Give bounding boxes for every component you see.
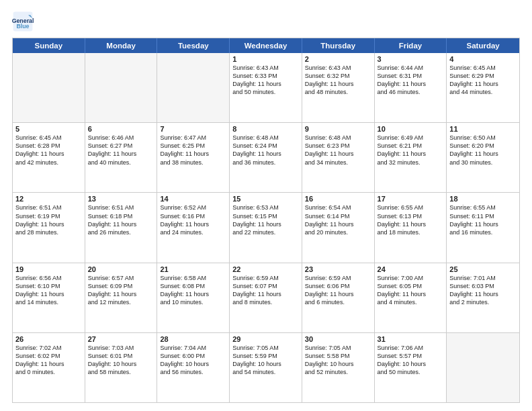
calendar-empty-cell xyxy=(447,333,519,402)
calendar-day-2: 2Sunrise: 6:43 AM Sunset: 6:32 PM Daylig… xyxy=(302,53,375,122)
day-info: Sunrise: 6:53 AM Sunset: 6:15 PM Dayligh… xyxy=(232,204,281,235)
day-number: 26 xyxy=(15,335,82,343)
day-info: Sunrise: 6:58 AM Sunset: 6:08 PM Dayligh… xyxy=(160,275,209,306)
day-number: 29 xyxy=(232,335,299,343)
day-info: Sunrise: 6:45 AM Sunset: 6:28 PM Dayligh… xyxy=(15,134,64,165)
day-number: 2 xyxy=(305,55,371,63)
calendar-day-4: 4Sunrise: 6:45 AM Sunset: 6:29 PM Daylig… xyxy=(447,53,519,122)
day-info: Sunrise: 7:03 AM Sunset: 6:01 PM Dayligh… xyxy=(88,345,137,375)
header: General Blue xyxy=(12,11,520,32)
calendar-day-22: 22Sunrise: 6:59 AM Sunset: 6:07 PM Dayli… xyxy=(230,263,302,332)
calendar-day-7: 7Sunrise: 6:47 AM Sunset: 6:25 PM Daylig… xyxy=(157,123,230,192)
calendar-day-27: 27Sunrise: 7:03 AM Sunset: 6:01 PM Dayli… xyxy=(85,333,158,402)
calendar-body: 1Sunrise: 6:43 AM Sunset: 6:33 PM Daylig… xyxy=(13,53,519,402)
day-number: 12 xyxy=(15,195,82,203)
calendar-day-16: 16Sunrise: 6:54 AM Sunset: 6:14 PM Dayli… xyxy=(302,193,375,262)
calendar-header-row: SundayMondayTuesdayWednesdayThursdayFrid… xyxy=(13,38,519,53)
day-number: 16 xyxy=(305,195,371,203)
day-info: Sunrise: 6:49 AM Sunset: 6:21 PM Dayligh… xyxy=(378,134,427,165)
day-number: 7 xyxy=(160,125,226,133)
calendar-day-9: 9Sunrise: 6:48 AM Sunset: 6:23 PM Daylig… xyxy=(302,123,375,192)
day-number: 3 xyxy=(378,55,444,63)
day-info: Sunrise: 7:02 AM Sunset: 6:02 PM Dayligh… xyxy=(15,345,64,375)
day-info: Sunrise: 6:43 AM Sunset: 6:33 PM Dayligh… xyxy=(232,64,281,95)
calendar-day-30: 30Sunrise: 7:05 AM Sunset: 5:58 PM Dayli… xyxy=(302,333,375,402)
day-number: 15 xyxy=(232,195,299,203)
day-number: 20 xyxy=(88,265,154,273)
calendar-day-3: 3Sunrise: 6:44 AM Sunset: 6:31 PM Daylig… xyxy=(375,53,447,122)
day-number: 17 xyxy=(378,195,444,203)
calendar-day-23: 23Sunrise: 6:59 AM Sunset: 6:06 PM Dayli… xyxy=(302,263,375,332)
day-header-saturday: Saturday xyxy=(447,38,519,53)
day-number: 23 xyxy=(305,265,371,273)
day-number: 1 xyxy=(232,55,299,63)
calendar-day-8: 8Sunrise: 6:48 AM Sunset: 6:24 PM Daylig… xyxy=(230,123,302,192)
day-info: Sunrise: 6:45 AM Sunset: 6:29 PM Dayligh… xyxy=(449,64,498,95)
calendar-row-1: 1Sunrise: 6:43 AM Sunset: 6:33 PM Daylig… xyxy=(13,53,519,122)
day-number: 9 xyxy=(305,125,371,133)
day-number: 10 xyxy=(378,125,444,133)
day-info: Sunrise: 7:05 AM Sunset: 5:59 PM Dayligh… xyxy=(232,345,281,375)
calendar-day-11: 11Sunrise: 6:50 AM Sunset: 6:20 PM Dayli… xyxy=(447,123,519,192)
calendar-day-10: 10Sunrise: 6:49 AM Sunset: 6:21 PM Dayli… xyxy=(375,123,447,192)
calendar-row-4: 19Sunrise: 6:56 AM Sunset: 6:10 PM Dayli… xyxy=(13,263,519,332)
calendar-empty-cell xyxy=(85,53,158,122)
day-info: Sunrise: 7:00 AM Sunset: 6:05 PM Dayligh… xyxy=(378,275,427,306)
day-info: Sunrise: 6:57 AM Sunset: 6:09 PM Dayligh… xyxy=(88,275,137,306)
day-number: 25 xyxy=(449,265,517,273)
calendar-day-18: 18Sunrise: 6:55 AM Sunset: 6:11 PM Dayli… xyxy=(447,193,519,262)
day-number: 14 xyxy=(160,195,226,203)
day-number: 27 xyxy=(88,335,154,343)
day-number: 30 xyxy=(305,335,371,343)
calendar-day-31: 31Sunrise: 7:06 AM Sunset: 5:57 PM Dayli… xyxy=(375,333,447,402)
calendar-day-1: 1Sunrise: 6:43 AM Sunset: 6:33 PM Daylig… xyxy=(230,53,302,122)
day-info: Sunrise: 6:59 AM Sunset: 6:06 PM Dayligh… xyxy=(305,275,354,306)
calendar-day-5: 5Sunrise: 6:45 AM Sunset: 6:28 PM Daylig… xyxy=(13,123,85,192)
calendar-day-12: 12Sunrise: 6:51 AM Sunset: 6:19 PM Dayli… xyxy=(13,193,85,262)
day-info: Sunrise: 6:48 AM Sunset: 6:24 PM Dayligh… xyxy=(232,134,281,165)
day-number: 6 xyxy=(88,125,154,133)
day-info: Sunrise: 7:04 AM Sunset: 6:00 PM Dayligh… xyxy=(160,345,209,375)
day-info: Sunrise: 7:06 AM Sunset: 5:57 PM Dayligh… xyxy=(378,345,427,375)
calendar-day-28: 28Sunrise: 7:04 AM Sunset: 6:00 PM Dayli… xyxy=(157,333,230,402)
day-number: 5 xyxy=(15,125,82,133)
logo-icon: General Blue xyxy=(12,11,34,32)
calendar-day-13: 13Sunrise: 6:51 AM Sunset: 6:18 PM Dayli… xyxy=(85,193,158,262)
logo: General Blue xyxy=(12,11,35,32)
day-number: 18 xyxy=(449,195,517,203)
calendar-day-14: 14Sunrise: 6:52 AM Sunset: 6:16 PM Dayli… xyxy=(157,193,230,262)
day-number: 21 xyxy=(160,265,226,273)
day-number: 28 xyxy=(160,335,226,343)
day-header-tuesday: Tuesday xyxy=(157,38,230,53)
day-number: 8 xyxy=(232,125,299,133)
day-info: Sunrise: 6:43 AM Sunset: 6:32 PM Dayligh… xyxy=(305,64,354,95)
day-number: 4 xyxy=(449,55,517,63)
day-info: Sunrise: 6:44 AM Sunset: 6:31 PM Dayligh… xyxy=(378,64,427,95)
day-number: 24 xyxy=(378,265,444,273)
calendar-row-3: 12Sunrise: 6:51 AM Sunset: 6:19 PM Dayli… xyxy=(13,192,519,262)
day-info: Sunrise: 7:05 AM Sunset: 5:58 PM Dayligh… xyxy=(305,345,354,375)
day-info: Sunrise: 6:51 AM Sunset: 6:19 PM Dayligh… xyxy=(15,204,64,235)
day-header-sunday: Sunday xyxy=(13,38,85,53)
day-info: Sunrise: 7:01 AM Sunset: 6:03 PM Dayligh… xyxy=(449,275,498,306)
day-info: Sunrise: 6:48 AM Sunset: 6:23 PM Dayligh… xyxy=(305,134,354,165)
calendar-day-17: 17Sunrise: 6:55 AM Sunset: 6:13 PM Dayli… xyxy=(375,193,447,262)
day-info: Sunrise: 6:46 AM Sunset: 6:27 PM Dayligh… xyxy=(88,134,137,165)
calendar: SundayMondayTuesdayWednesdayThursdayFrid… xyxy=(12,38,520,403)
day-number: 13 xyxy=(88,195,154,203)
day-info: Sunrise: 6:47 AM Sunset: 6:25 PM Dayligh… xyxy=(160,134,209,165)
day-info: Sunrise: 6:52 AM Sunset: 6:16 PM Dayligh… xyxy=(160,204,209,235)
calendar-day-24: 24Sunrise: 7:00 AM Sunset: 6:05 PM Dayli… xyxy=(375,263,447,332)
day-info: Sunrise: 6:55 AM Sunset: 6:13 PM Dayligh… xyxy=(378,204,427,235)
calendar-day-21: 21Sunrise: 6:58 AM Sunset: 6:08 PM Dayli… xyxy=(157,263,230,332)
day-info: Sunrise: 6:59 AM Sunset: 6:07 PM Dayligh… xyxy=(232,275,281,306)
calendar-day-20: 20Sunrise: 6:57 AM Sunset: 6:09 PM Dayli… xyxy=(85,263,158,332)
calendar-day-6: 6Sunrise: 6:46 AM Sunset: 6:27 PM Daylig… xyxy=(85,123,158,192)
day-header-wednesday: Wednesday xyxy=(230,38,302,53)
svg-text:Blue: Blue xyxy=(16,23,29,30)
calendar-row-5: 26Sunrise: 7:02 AM Sunset: 6:02 PM Dayli… xyxy=(13,332,519,402)
calendar-day-25: 25Sunrise: 7:01 AM Sunset: 6:03 PM Dayli… xyxy=(447,263,519,332)
day-info: Sunrise: 6:51 AM Sunset: 6:18 PM Dayligh… xyxy=(88,204,137,235)
day-info: Sunrise: 6:50 AM Sunset: 6:20 PM Dayligh… xyxy=(449,134,498,165)
day-header-monday: Monday xyxy=(85,38,158,53)
